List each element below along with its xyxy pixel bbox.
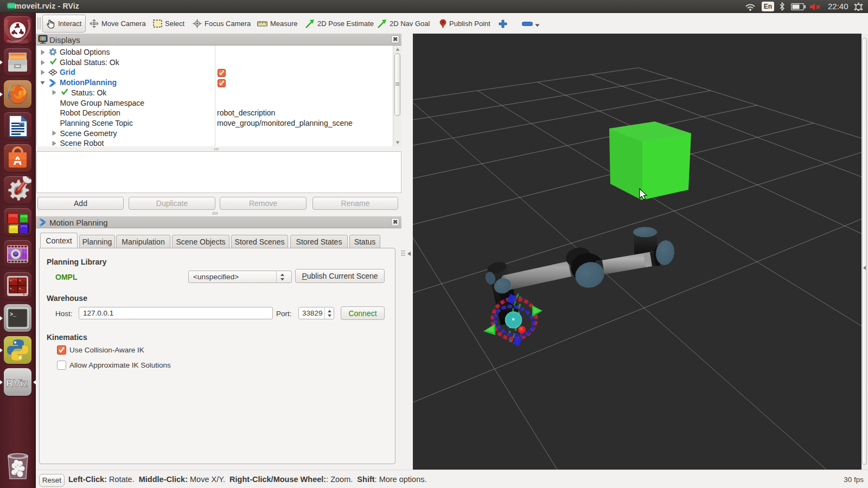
svg-text:>_: >_ [10,287,14,291]
svg-text:RViz: RViz [6,377,28,389]
svg-text:>_: >_ [19,279,23,282]
svg-text:>_: >_ [10,279,14,282]
svg-text:>_: >_ [10,312,17,318]
svg-text:>_: >_ [19,287,23,291]
